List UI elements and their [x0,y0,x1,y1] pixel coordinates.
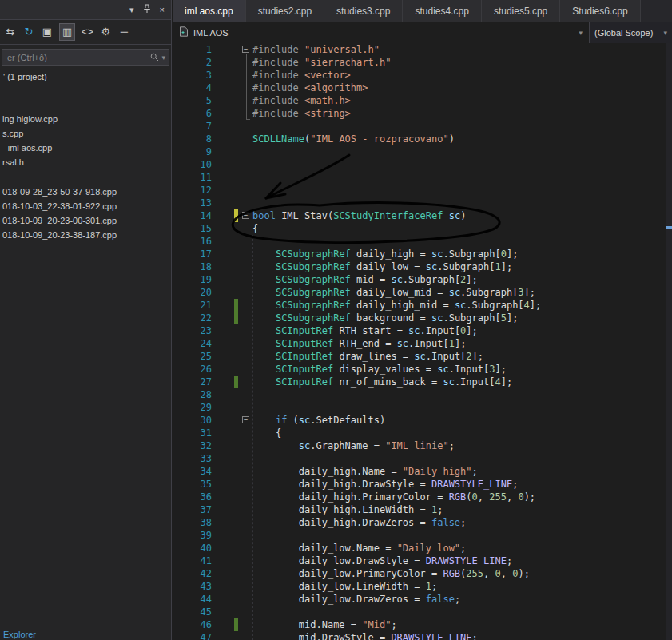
collapse-icon[interactable]: ─ [117,24,130,40]
view-code-icon[interactable]: <> [81,24,93,40]
tab-solution-explorer[interactable]: Explorer [3,630,36,639]
search-input[interactable] [6,52,150,63]
pin-icon[interactable] [143,4,151,15]
change-mark [234,376,238,388]
code-line[interactable]: 10 [173,158,672,171]
code-line[interactable]: 25 SCInputRef draw_lines = sc.Input[2]; [173,350,672,363]
code-line[interactable]: 11 [173,171,672,184]
code-line[interactable]: 43 daily_low.LineWidth = 1; [173,580,672,593]
change-mark [234,414,238,427]
line-number: 10 [173,158,221,171]
properties-icon[interactable]: ⚙ [99,24,112,40]
solution-explorer-panel: ▾ × ⇆↻▣▥<>⚙─ ▾ ' (1 project) ing higlow.… [0,0,172,640]
editor-column: iml aos.cppstudies2.cppstudies3.cppstudi… [173,0,672,640]
code-line[interactable]: 13 [173,197,672,209]
file-item[interactable]: 018-10-03_22-38-01-922.cpp [0,199,166,213]
code-editor[interactable]: 1−#include "universal.h"2#include "sierr… [173,43,672,640]
code-line[interactable]: 14−bool IML_Stav(SCStudyInterfaceRef sc) [173,209,672,222]
code-line[interactable]: 34 daily_high.Name = "Daily high"; [173,465,672,478]
fold-toggle-icon[interactable]: − [242,416,249,423]
code-line[interactable]: 16 [173,235,672,248]
tab-studies2-cpp[interactable]: studies2.cpp [246,0,324,22]
file-item[interactable]: s.cpp [0,126,166,141]
search-options-caret-icon[interactable]: ▾ [161,54,165,62]
code-line[interactable]: 42 daily_low.PrimaryColor = RGB(255, 0, … [173,567,672,580]
code-text: daily_high.PrimaryColor = RGB(0, 255, 0)… [252,491,672,503]
code-line[interactable]: 28 [173,388,672,401]
vertical-scrollbar[interactable] [666,43,672,640]
code-line[interactable]: 40 daily_low.Name = "Daily low"; [173,542,672,555]
sync-active-document-icon[interactable]: ▥ [59,23,75,41]
code-line[interactable]: 47 mid.DrawStyle = DRAWSTYLE_LINE; [173,631,672,640]
line-number: 44 [173,593,221,606]
code-line[interactable]: 37 daily_high.LineWidth = 1; [173,503,672,516]
swap-arrows-icon[interactable]: ⇆ [4,24,17,40]
code-text: daily_high.LineWidth = 1; [252,503,672,516]
code-line[interactable]: 46 mid.Name = "Mid"; [173,618,672,631]
solution-search-box[interactable]: ▾ [2,49,169,66]
code-line[interactable]: 9 [173,145,672,158]
code-line[interactable]: 19 SCSubgraphRef mid = sc.Subgraph[2]; [173,273,672,286]
code-line[interactable]: 41 daily_low.DrawStyle = DRAWSTYLE_LINE; [173,555,672,567]
code-line[interactable]: 26 SCInputRef display_values = sc.Input[… [173,363,672,376]
code-line[interactable]: 44 daily_low.DrawZeros = false; [173,593,672,606]
code-line[interactable]: 17 SCSubgraphRef daily_high = sc.Subgrap… [173,248,672,260]
tab-studies6-cpp[interactable]: Studies6.cpp [560,0,640,22]
code-line[interactable]: 36 daily_high.PrimaryColor = RGB(0, 255,… [173,491,672,503]
tab-iml-aos-cpp[interactable]: iml aos.cpp [173,0,246,22]
file-item[interactable]: ing higlow.cpp [0,112,166,126]
file-item[interactable]: 018-10-09_20-23-00-301.cpp [0,213,166,228]
tab-studies4-cpp[interactable]: studies4.cpp [403,0,481,22]
code-line[interactable]: 18 SCSubgraphRef daily_low = sc.Subgraph… [173,260,672,273]
code-line[interactable]: 29 [173,401,672,414]
code-line[interactable]: 32 sc.GraphName = "IML linie"; [173,439,672,452]
fold-margin [241,273,252,286]
code-line[interactable]: 31 { [173,427,672,439]
code-line[interactable]: 21 SCSubgraphRef daily_high_mid = sc.Sub… [173,299,672,312]
file-item[interactable]: 018-10-09_20-23-38-187.cpp [0,228,166,242]
file-item[interactable]: 018-09-28_23-50-37-918.cpp [0,185,166,199]
code-line[interactable]: 30− if (sc.SetDefaults) [173,414,672,427]
code-line[interactable]: 33 [173,452,672,465]
window-menu-icon[interactable]: ▾ [129,5,134,15]
refresh-icon[interactable]: ↻ [22,24,35,40]
code-line[interactable]: 38 daily_high.DrawZeros = false; [173,516,672,529]
code-line[interactable]: 12 [173,184,672,197]
fold-margin [241,618,252,631]
code-line[interactable]: 45 [173,606,672,618]
code-line[interactable]: 39 [173,529,672,542]
code-line[interactable]: 24 SCInputRef RTH_end = sc.Input[1]; [173,337,672,350]
change-mark [234,222,238,235]
file-item[interactable]: rsal.h [0,155,166,169]
change-mark [234,606,238,618]
collapse-all-icon[interactable]: ▣ [41,24,54,40]
fold-toggle-icon[interactable]: − [242,212,249,219]
fold-margin [241,427,252,439]
solution-node-label[interactable]: ' (1 project) [0,66,171,81]
fold-margin [241,299,252,312]
fold-toggle-icon[interactable]: − [242,46,249,53]
navbar-types-dropdown[interactable]: IML AOS ▾ [173,22,589,43]
file-item[interactable]: - iml aos.cpp [0,141,166,155]
code-line[interactable]: 23 SCInputRef RTH_start = sc.Input[0]; [173,324,672,337]
tab-studies5-cpp[interactable]: studies5.cpp [482,0,560,22]
code-text: SCInputRef RTH_end = sc.Input[1]; [252,337,672,350]
fold-margin [241,516,252,529]
code-line[interactable]: 15{ [173,222,672,235]
fold-margin [241,260,252,273]
change-mark [234,209,238,222]
code-line[interactable]: 35 daily_high.DrawStyle = DRAWSTYLE_LINE… [173,478,672,491]
code-text: daily_high.Name = "Daily high"; [252,465,672,478]
code-line[interactable]: 27 SCInputRef nr_of_mins_back = sc.Input… [173,376,672,388]
code-line[interactable]: 8SCDLLName("IML AOS - rozpracovano") [173,133,672,145]
code-line[interactable]: 20 SCSubgraphRef daily_low_mid = sc.Subg… [173,286,672,299]
change-mark [234,452,238,465]
line-number: 36 [173,491,221,503]
code-line[interactable]: 22 SCSubgraphRef background = sc.Subgrap… [173,312,672,324]
change-mark [234,43,238,56]
tab-studies3-cpp[interactable]: studies3.cpp [324,0,403,22]
change-mark [234,299,238,312]
code-line[interactable]: 7 [173,120,672,133]
navbar-scope-dropdown[interactable]: (Global Scope) ▾ [589,22,672,43]
close-icon[interactable]: × [160,5,165,14]
